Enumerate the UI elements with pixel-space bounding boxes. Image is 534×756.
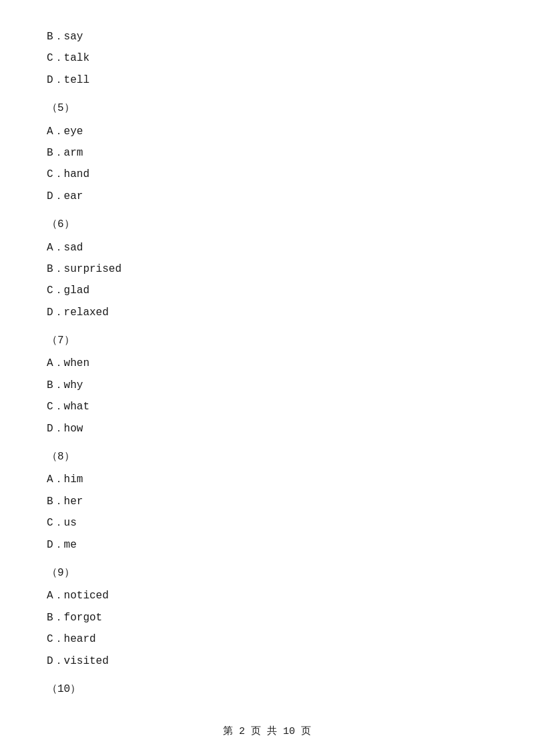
- page-content: B．say C．talk D．tell （5） A．eye B．arm C．ha…: [0, 0, 534, 742]
- question-group-cont: B．say C．talk D．tell: [47, 27, 487, 90]
- list-item: B．forgot: [47, 608, 487, 628]
- list-item: C．talk: [47, 48, 487, 68]
- list-item: C．heard: [47, 629, 487, 649]
- question-group-6: （6） A．sad B．surprised C．glad D．relaxed: [47, 214, 487, 323]
- question-number-10: （10）: [47, 679, 487, 699]
- question-number-9: （9）: [47, 563, 487, 583]
- question-number-7: （7）: [47, 331, 487, 351]
- question-number-5: （5）: [47, 98, 487, 118]
- list-item: B．say: [47, 27, 487, 47]
- question-number-6: （6）: [47, 214, 487, 234]
- list-item: D．tell: [47, 70, 487, 90]
- page-footer: 第 2 页 共 10 页: [0, 725, 534, 737]
- list-item: B．surprised: [47, 259, 487, 279]
- list-item: D．visited: [47, 651, 487, 671]
- question-group-9: （9） A．noticed B．forgot C．heard D．visited: [47, 563, 487, 671]
- list-item: D．ear: [47, 186, 487, 206]
- list-item: D．me: [47, 535, 487, 555]
- list-item: C．what: [47, 397, 487, 417]
- list-item: A．him: [47, 469, 487, 490]
- list-item: C．us: [47, 513, 487, 533]
- list-item: B．her: [47, 492, 487, 512]
- list-item: A．noticed: [47, 586, 487, 606]
- list-item: D．how: [47, 419, 487, 439]
- question-group-7: （7） A．when B．why C．what D．how: [47, 331, 487, 439]
- list-item: A．eye: [47, 122, 487, 142]
- question-group-8: （8） A．him B．her C．us D．me: [47, 447, 487, 555]
- list-item: C．hand: [47, 164, 487, 184]
- list-item: B．arm: [47, 143, 487, 163]
- question-group-10: （10）: [47, 679, 487, 699]
- list-item: A．when: [47, 353, 487, 373]
- list-item: B．why: [47, 375, 487, 395]
- question-number-8: （8）: [47, 447, 487, 467]
- question-group-5: （5） A．eye B．arm C．hand D．ear: [47, 98, 487, 206]
- list-item: D．relaxed: [47, 303, 487, 323]
- list-item: A．sad: [47, 238, 487, 258]
- list-item: C．glad: [47, 280, 487, 301]
